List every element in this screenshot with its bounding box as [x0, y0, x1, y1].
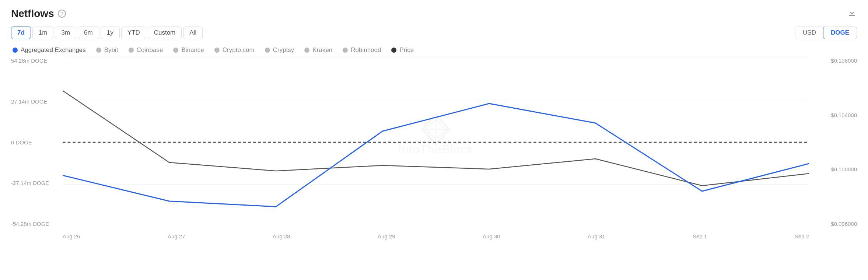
x-label-aug28: Aug 28 [273, 233, 290, 239]
time-btn-3m[interactable]: 3m [55, 27, 76, 39]
page-title: Netflows [11, 8, 54, 20]
chart-area: 54.28m DOGE 27.14m DOGE 0 DOGE -27.14m D… [11, 57, 857, 249]
time-btn-all[interactable]: All [183, 27, 203, 39]
legend-item-coinbase[interactable]: Coinbase [129, 46, 163, 54]
legend-label-bybit: Bybit [104, 46, 118, 54]
y-label-neg2: -27.14m DOGE [11, 180, 49, 186]
x-label-aug30: Aug 30 [483, 233, 500, 239]
help-icon[interactable]: ? [58, 10, 66, 18]
toolbar: 7d 1m 3m 6m 1y YTD Custom All USD DOGE [11, 27, 857, 39]
legend-item-kraken[interactable]: Kraken [304, 46, 332, 54]
legend-dot-coinbase [129, 48, 134, 53]
legend-label-cryptsy: Cryptsy [273, 46, 294, 54]
x-label-aug31: Aug 31 [588, 233, 605, 239]
legend-item-aggregated[interactable]: Aggregated Exchanges [13, 46, 86, 54]
legend-item-binance[interactable]: Binance [173, 46, 204, 54]
legend-label-robinhood: Robinhood [351, 46, 381, 54]
currency-buttons: USD DOGE [795, 27, 857, 39]
x-label-sep2: Sep 2 [795, 233, 809, 239]
legend-item-bybit[interactable]: Bybit [96, 46, 118, 54]
y-label-bottom: -54.28m DOGE [11, 221, 49, 227]
time-buttons: 7d 1m 3m 6m 1y YTD Custom All [11, 27, 203, 39]
time-btn-6m[interactable]: 6m [78, 27, 99, 39]
legend: Aggregated Exchanges Bybit Coinbase Bina… [11, 46, 857, 54]
y-label-price-top: $0.108000 [831, 57, 857, 64]
y-label-top: 54.28m DOGE [11, 57, 47, 64]
legend-item-cryptocom[interactable]: Crypto.com [214, 46, 255, 54]
y-label-price-3: $0.100000 [831, 166, 857, 172]
y-axis-left: 54.28m DOGE 27.14m DOGE 0 DOGE -27.14m D… [11, 57, 61, 227]
legend-dot-price [391, 48, 396, 53]
main-container: Netflows ? 7d 1m 3m 6m 1y YTD Custom All… [0, 0, 868, 256]
legend-dot-binance [173, 48, 178, 53]
time-btn-7d[interactable]: 7d [11, 27, 31, 39]
time-btn-custom[interactable]: Custom [148, 27, 182, 39]
legend-dot-bybit [96, 48, 101, 53]
header: Netflows ? [11, 7, 857, 20]
download-icon[interactable] [847, 7, 857, 20]
chart-svg: IntoTheBlock [63, 57, 809, 227]
legend-dot-cryptocom [214, 48, 220, 53]
x-axis: Aug 26 Aug 27 Aug 28 Aug 29 Aug 30 Aug 3… [63, 229, 809, 249]
time-btn-1y[interactable]: 1y [101, 27, 120, 39]
y-label-zero: 0 DOGE [11, 139, 32, 146]
x-label-aug29: Aug 29 [378, 233, 395, 239]
y-axis-right: $0.108000 $0.104000 $0.100000 $0.096000 [811, 57, 857, 227]
legend-item-cryptsy[interactable]: Cryptsy [265, 46, 294, 54]
header-left: Netflows ? [11, 8, 66, 20]
x-label-aug26: Aug 26 [63, 233, 80, 239]
legend-label-aggregated: Aggregated Exchanges [21, 46, 86, 54]
legend-label-binance: Binance [181, 46, 204, 54]
legend-label-price: Price [399, 46, 414, 54]
x-label-aug27: Aug 27 [168, 233, 185, 239]
legend-dot-cryptsy [265, 48, 270, 53]
legend-label-kraken: Kraken [312, 46, 332, 54]
legend-label-coinbase: Coinbase [137, 46, 163, 54]
y-label-price-2: $0.104000 [831, 112, 857, 118]
time-btn-ytd[interactable]: YTD [121, 27, 146, 39]
legend-dot-robinhood [343, 48, 348, 53]
legend-dot-kraken [304, 48, 309, 53]
legend-label-cryptocom: Crypto.com [223, 46, 255, 54]
watermark: IntoTheBlock [398, 115, 474, 156]
currency-btn-doge[interactable]: DOGE [823, 27, 857, 39]
svg-text:IntoTheBlock: IntoTheBlock [398, 143, 474, 156]
time-btn-1m[interactable]: 1m [32, 27, 54, 39]
x-label-sep1: Sep 1 [693, 233, 707, 239]
legend-item-robinhood[interactable]: Robinhood [343, 46, 381, 54]
y-label-price-bottom: $0.096000 [831, 221, 857, 227]
chart-inner: IntoTheBlock [63, 57, 809, 227]
currency-btn-usd[interactable]: USD [795, 27, 823, 39]
y-label-2: 27.14m DOGE [11, 98, 47, 105]
legend-dot-aggregated [13, 48, 18, 53]
legend-item-price[interactable]: Price [391, 46, 414, 54]
